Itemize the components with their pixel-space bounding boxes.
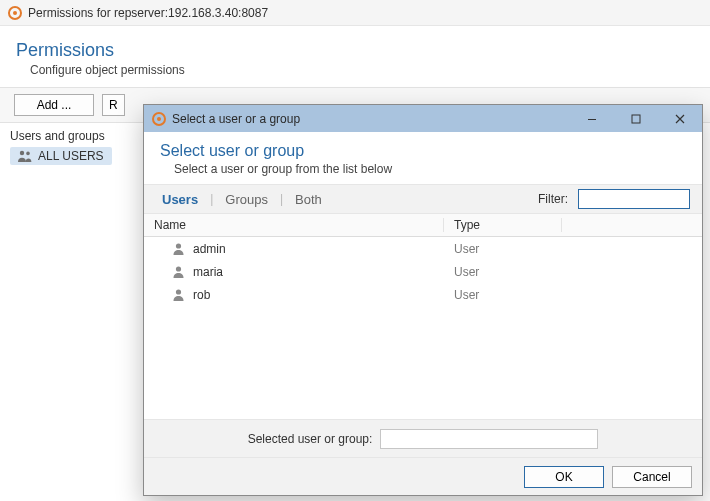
svg-point-6 bbox=[176, 289, 181, 294]
select-user-dialog: Select a user or a group Select user or … bbox=[143, 104, 703, 496]
user-icon bbox=[172, 265, 185, 278]
selected-bar: Selected user or group: bbox=[144, 419, 702, 457]
table-row[interactable]: adminUser bbox=[144, 237, 702, 260]
page-title: Permissions bbox=[16, 40, 694, 61]
svg-rect-3 bbox=[632, 115, 640, 123]
add-button[interactable]: Add ... bbox=[14, 94, 94, 116]
svg-point-0 bbox=[20, 151, 24, 155]
dialog-titlebar[interactable]: Select a user or a group bbox=[144, 105, 702, 132]
dialog-header-title: Select user or group bbox=[160, 142, 686, 160]
table-row[interactable]: mariaUser bbox=[144, 260, 702, 283]
remove-button-partial[interactable]: R bbox=[102, 94, 125, 116]
dialog-header: Select user or group Select a user or gr… bbox=[144, 132, 702, 184]
parent-window-titlebar: Permissions for repserver:192.168.3.40:8… bbox=[0, 0, 710, 26]
sidebar-item-all-users[interactable]: ALL USERS bbox=[10, 147, 112, 165]
row-type: User bbox=[444, 288, 562, 302]
column-header-name[interactable]: Name bbox=[144, 218, 444, 232]
ok-button[interactable]: OK bbox=[524, 466, 604, 488]
tab-separator: | bbox=[208, 192, 215, 206]
selected-label: Selected user or group: bbox=[248, 432, 373, 446]
dialog-footer: OK Cancel bbox=[144, 457, 702, 495]
tab-both[interactable]: Both bbox=[289, 192, 328, 207]
filter-label: Filter: bbox=[538, 192, 568, 206]
selected-input[interactable] bbox=[380, 429, 598, 449]
app-icon bbox=[8, 6, 22, 20]
row-type: User bbox=[444, 242, 562, 256]
tab-users[interactable]: Users bbox=[156, 192, 204, 207]
table-body: adminUsermariaUserrobUser bbox=[144, 237, 702, 419]
svg-rect-2 bbox=[588, 119, 596, 120]
tab-separator: | bbox=[278, 192, 285, 206]
dialog-title: Select a user or a group bbox=[172, 112, 300, 126]
row-type: User bbox=[444, 265, 562, 279]
column-header-type[interactable]: Type bbox=[444, 218, 562, 232]
table-row[interactable]: robUser bbox=[144, 283, 702, 306]
user-icon bbox=[172, 288, 185, 301]
row-name: rob bbox=[193, 288, 210, 302]
maximize-button[interactable] bbox=[614, 105, 658, 132]
people-icon bbox=[18, 150, 32, 162]
close-button[interactable] bbox=[658, 105, 702, 132]
svg-point-5 bbox=[176, 266, 181, 271]
row-name: maria bbox=[193, 265, 223, 279]
table-header: Name Type bbox=[144, 214, 702, 237]
dialog-window-buttons bbox=[570, 105, 702, 132]
parent-window-title: Permissions for repserver:192.168.3.40:8… bbox=[28, 6, 268, 20]
minimize-button[interactable] bbox=[570, 105, 614, 132]
row-name: admin bbox=[193, 242, 226, 256]
filter-input[interactable] bbox=[578, 189, 690, 209]
sidebar-item-label: ALL USERS bbox=[38, 149, 104, 163]
svg-point-4 bbox=[176, 243, 181, 248]
page-subtitle: Configure object permissions bbox=[30, 63, 694, 77]
svg-point-1 bbox=[26, 152, 30, 156]
tab-groups[interactable]: Groups bbox=[219, 192, 274, 207]
user-icon bbox=[172, 242, 185, 255]
dialog-filterbar: Users | Groups | Both Filter: bbox=[144, 184, 702, 214]
dialog-header-subtitle: Select a user or group from the list bel… bbox=[174, 162, 686, 176]
cancel-button[interactable]: Cancel bbox=[612, 466, 692, 488]
page-header: Permissions Configure object permissions bbox=[0, 26, 710, 87]
app-icon bbox=[152, 112, 166, 126]
